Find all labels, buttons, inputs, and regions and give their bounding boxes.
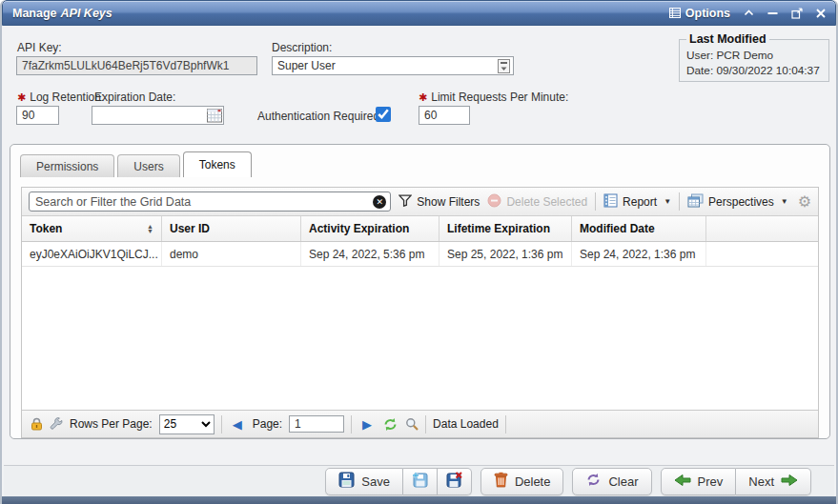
column-header-modified-date[interactable]: Modified Date [572, 216, 706, 241]
save-button-group: Save [325, 468, 472, 495]
column-header-empty [706, 216, 818, 241]
report-button[interactable]: Report ▼ [603, 193, 671, 211]
table-row[interactable]: eyJ0eXAiOiJKV1QiLCJ... demo Sep 24, 2022… [22, 242, 818, 267]
gear-icon[interactable]: ⚙ [798, 192, 811, 211]
magnifier-icon[interactable] [405, 417, 419, 431]
action-button-bar: Save Delete Clear [4, 465, 834, 496]
options-grid-icon [669, 8, 681, 18]
grid-body: eyJ0eXAiOiJKV1QiLCJ... demo Sep 24, 2022… [22, 242, 818, 410]
footer-separator [221, 415, 222, 433]
input-expander-icon[interactable] [498, 59, 510, 76]
close-icon[interactable] [816, 9, 826, 18]
log-retention-label: ✱Log Retention: [17, 91, 104, 104]
funnel-icon [399, 194, 412, 210]
next-page-icon[interactable]: ▶ [358, 417, 376, 432]
grid-header-row: Token ▲▼ User ID Activity Expiration Lif… [22, 216, 818, 242]
grid-search-wrap: ✕ [29, 192, 391, 212]
description-field[interactable] [272, 56, 514, 75]
limit-requests-label: ✱Limit Requests Per Minute: [419, 91, 568, 104]
tab-users[interactable]: Users [117, 154, 179, 177]
last-modified-box: Last Modified User: PCR Demo Date: 09/30… [679, 32, 829, 82]
prev-next-group: Prev Next [661, 468, 811, 495]
refresh-icon[interactable] [382, 417, 399, 432]
trash-icon [494, 472, 508, 491]
delete-button[interactable]: Delete [480, 468, 564, 495]
tokens-grid: ✕ Show Filters Delete Selected [21, 187, 819, 438]
page-label: Page: [253, 417, 282, 431]
cell-token: eyJ0eXAiOiJKV1QiLCJ... [22, 242, 162, 266]
chevron-down-icon: ▼ [664, 197, 671, 206]
show-filters-button[interactable]: Show Filters [399, 194, 480, 210]
rows-per-page-label: Rows Per Page: [70, 417, 153, 431]
column-header-user-id[interactable]: User ID [162, 216, 301, 241]
tab-permissions[interactable]: Permissions [20, 154, 114, 177]
toolbar-separator [595, 192, 596, 211]
lock-icon[interactable] [31, 417, 43, 431]
column-header-lifetime-expiration[interactable]: Lifetime Expiration [439, 216, 572, 241]
tab-tokens[interactable]: Tokens [183, 151, 252, 177]
popout-icon[interactable] [791, 8, 803, 19]
footer-separator [351, 415, 352, 433]
authentication-required-label: Authentication Required: [257, 110, 382, 123]
collapse-icon[interactable] [744, 10, 754, 16]
window-title: ManageAPI Keys [12, 7, 112, 20]
prev-page-icon[interactable]: ◀ [229, 417, 246, 432]
footer-separator [425, 415, 426, 433]
column-header-activity-expiration[interactable]: Activity Expiration [301, 216, 439, 241]
cell-activity-expiration: Sep 24, 2022, 5:36 pm [301, 242, 439, 266]
tab-panel: Permissions Users Tokens ✕ Show Filters [10, 144, 830, 439]
options-button[interactable]: Options [669, 7, 730, 20]
last-modified-legend: Last Modified [686, 32, 769, 46]
delete-selected-button[interactable]: Delete Selected [487, 193, 587, 211]
circle-minus-icon [487, 193, 501, 211]
toolbar-separator [679, 192, 680, 211]
expiration-date-field[interactable] [92, 106, 224, 125]
status-text: Data Loaded [433, 417, 499, 431]
grid-toolbar: ✕ Show Filters Delete Selected [22, 188, 818, 216]
last-modified-date: Date: 09/30/2022 10:04:37 [686, 63, 822, 78]
rows-per-page-select[interactable]: 25 [159, 414, 215, 434]
arrow-right-icon [781, 474, 798, 490]
sort-icon[interactable]: ▲▼ [147, 224, 153, 233]
required-marker: ✱ [17, 91, 26, 103]
clear-button[interactable]: Clear [572, 468, 651, 495]
calendar-icon[interactable] [207, 108, 222, 126]
wrench-icon[interactable] [50, 417, 63, 431]
page-number-input[interactable] [289, 415, 344, 433]
description-field-wrap [272, 56, 514, 75]
grid-search-input[interactable] [29, 192, 391, 212]
save-close-button[interactable] [438, 468, 472, 495]
cell-modified-date: Sep 24, 2022, 1:36 pm [572, 242, 706, 266]
column-header-token[interactable]: Token ▲▼ [22, 216, 162, 241]
log-retention-field[interactable] [16, 106, 59, 125]
description-label: Description: [272, 41, 332, 54]
perspectives-icon [687, 193, 704, 211]
minimize-icon[interactable] [767, 11, 778, 15]
expiration-date-wrap [92, 106, 224, 125]
expiration-date-label: Expiration Date: [94, 91, 175, 104]
authentication-required-checkbox[interactable] [376, 107, 391, 122]
clear-arrows-icon [585, 473, 602, 490]
save-new-button[interactable] [403, 468, 438, 495]
next-button[interactable]: Next [736, 468, 811, 495]
tab-strip: Permissions Users Tokens [10, 145, 829, 177]
save-button[interactable]: Save [325, 468, 403, 495]
window-bottom-edge [2, 496, 836, 504]
report-icon [603, 193, 618, 211]
last-modified-user: User: PCR Demo [686, 48, 822, 63]
chevron-down-icon: ▼ [781, 197, 788, 206]
prev-button[interactable]: Prev [661, 468, 737, 495]
api-key-field[interactable] [16, 56, 257, 75]
cell-user-id: demo [162, 242, 301, 266]
save-floppy-icon [338, 472, 355, 491]
footer-separator [505, 415, 506, 433]
limit-requests-field[interactable] [419, 106, 470, 125]
save-close-floppy-icon [446, 472, 462, 491]
required-marker: ✱ [419, 91, 427, 103]
api-key-label: API Key: [17, 41, 62, 54]
save-new-floppy-icon [412, 472, 428, 491]
manage-api-keys-window: ManageAPI Keys Options API [0, 0, 838, 504]
cell-empty [706, 242, 818, 266]
perspectives-button[interactable]: Perspectives ▼ [687, 193, 788, 211]
grid-footer: Rows Per Page: 25 ◀ Page: ▶ [22, 410, 818, 437]
